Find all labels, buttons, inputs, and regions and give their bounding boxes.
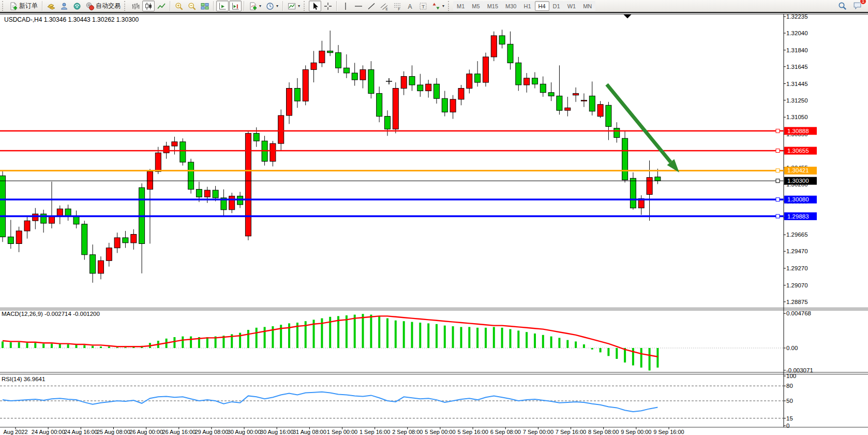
separator — [282, 1, 283, 11]
svg-text:1.30300: 1.30300 — [787, 178, 809, 184]
timeframe-m30[interactable]: M30 — [502, 1, 520, 11]
chart-shift-button[interactable] — [229, 1, 242, 11]
candlestick-chart-button[interactable] — [142, 1, 155, 11]
rsi-axis: 1008050150 — [784, 373, 796, 429]
new-order-label: 新订单 — [19, 2, 38, 10]
svg-text:30 Aug 16:00: 30 Aug 16:00 — [260, 429, 294, 435]
zoom-in-button[interactable] — [173, 1, 185, 11]
tile-windows-icon — [201, 2, 209, 10]
auto-scroll-button[interactable] — [216, 1, 229, 11]
new-order-icon — [9, 2, 18, 10]
periods-clock-icon — [266, 2, 274, 10]
svg-text:1.31250: 1.31250 — [786, 97, 808, 104]
separator — [336, 1, 337, 11]
chart-shift-marker[interactable] — [624, 15, 632, 19]
add-indicator-button[interactable]: ▾ — [247, 1, 263, 11]
svg-text:F: F — [398, 7, 400, 10]
zoom-out-button[interactable] — [186, 1, 198, 11]
zoom-in-icon — [175, 2, 183, 10]
equidistant-channel-button[interactable]: E — [378, 1, 391, 11]
svg-text:1.28875: 1.28875 — [786, 299, 808, 305]
market-watch-button[interactable] — [45, 1, 57, 11]
timeframe-w1[interactable]: W1 — [564, 1, 580, 11]
separator — [213, 1, 214, 11]
text-label-icon: T — [419, 2, 427, 10]
svg-text:E: E — [386, 7, 388, 10]
svg-text:1 Sep 16:00: 1 Sep 16:00 — [360, 429, 390, 435]
cursor-button[interactable] — [309, 1, 321, 11]
new-order-button[interactable]: 新订单 — [7, 1, 40, 11]
mt4-window: 新订单 自动交易 — [0, 0, 868, 435]
svg-text:29 Aug 08:00: 29 Aug 08:00 — [194, 429, 228, 435]
timeframe-mn[interactable]: MN — [579, 1, 595, 11]
candlestick-chart-icon — [144, 2, 153, 10]
market-watch-icon — [47, 2, 55, 10]
timeframe-h4[interactable]: H4 — [535, 1, 549, 11]
timeframe-h1[interactable]: H1 — [520, 1, 534, 11]
macd-axis: 0.0047680.00-0.003071 — [784, 310, 813, 373]
svg-text:Aug 2022: Aug 2022 — [3, 429, 27, 435]
text-label-button[interactable]: T — [417, 1, 429, 11]
toolbar-grip[interactable] — [304, 1, 307, 11]
text-button[interactable]: A — [404, 1, 416, 11]
svg-text:0.004768: 0.004768 — [786, 310, 811, 316]
crosshair-button[interactable] — [322, 1, 334, 11]
svg-text:0.00: 0.00 — [786, 345, 798, 351]
template-button[interactable]: ▾ — [286, 1, 302, 11]
arrows-button[interactable]: ▾ — [430, 1, 446, 11]
toolbar-grip[interactable] — [448, 1, 452, 11]
svg-text:1.30655: 1.30655 — [787, 148, 809, 154]
svg-text:1.29070: 1.29070 — [786, 282, 808, 288]
data-window-button[interactable] — [58, 1, 70, 11]
toolbar-grip[interactable] — [2, 1, 6, 11]
line-chart-button[interactable] — [155, 1, 168, 11]
svg-text:9 Sep 16:00: 9 Sep 16:00 — [653, 429, 684, 435]
chart-canvas[interactable]: 1.322351.320401.318401.316451.314451.312… — [0, 0, 868, 435]
fibonacci-icon: F — [393, 2, 401, 10]
timeframe-m15[interactable]: M15 — [484, 1, 502, 11]
timeframe-m1[interactable]: M1 — [453, 1, 468, 11]
tile-windows-button[interactable] — [199, 1, 211, 11]
svg-text:T: T — [422, 3, 425, 9]
svg-text:5 Sep 16:00: 5 Sep 16:00 — [457, 429, 488, 435]
separator — [244, 1, 245, 11]
svg-text:31 Aug 08:00: 31 Aug 08:00 — [293, 429, 326, 435]
vertical-line-button[interactable] — [339, 1, 352, 11]
svg-text:26 Aug 16:00: 26 Aug 16:00 — [162, 429, 196, 435]
horizontal-line-button[interactable] — [352, 1, 365, 11]
bar-chart-button[interactable] — [129, 1, 142, 11]
svg-text:1.31445: 1.31445 — [786, 81, 808, 87]
timeframe-d1[interactable]: D1 — [549, 1, 564, 11]
fibonacci-button[interactable]: F — [391, 1, 403, 11]
horizontal-level-lines[interactable] — [0, 129, 784, 218]
trendline-button[interactable] — [365, 1, 378, 11]
auto-trading-button[interactable]: 自动交易 — [84, 1, 123, 11]
svg-text:1.32040: 1.32040 — [786, 30, 808, 36]
svg-text:50: 50 — [786, 398, 793, 404]
timeframe-m5[interactable]: M5 — [468, 1, 483, 11]
candles — [0, 30, 661, 283]
svg-text:1.29470: 1.29470 — [786, 248, 808, 254]
toolbar-grip[interactable] — [124, 1, 128, 11]
time-axis: Aug 202224 Aug 00:0024 Aug 16:0025 Aug 0… — [3, 427, 684, 435]
svg-text:1.30080: 1.30080 — [787, 196, 809, 202]
svg-text:24 Aug 00:00: 24 Aug 00:00 — [32, 429, 65, 435]
svg-text:2 Sep 08:00: 2 Sep 08:00 — [392, 429, 423, 435]
svg-text:24 Aug 16:00: 24 Aug 16:00 — [64, 429, 98, 435]
dropdown-caret-icon: ▾ — [259, 4, 261, 8]
svg-text:6 Sep 08:00: 6 Sep 08:00 — [490, 429, 521, 435]
svg-text:5 Sep 00:00: 5 Sep 00:00 — [425, 429, 455, 435]
separator — [42, 1, 43, 11]
search-button[interactable] — [836, 1, 849, 11]
navigator-button[interactable] — [71, 1, 83, 11]
periods-button[interactable]: ▾ — [264, 1, 280, 11]
svg-text:0: 0 — [786, 423, 789, 429]
rsi-line — [3, 392, 657, 412]
svg-text:1.29883: 1.29883 — [787, 213, 809, 220]
svg-text:1.31645: 1.31645 — [786, 64, 808, 70]
svg-text:30 Aug 00:00: 30 Aug 00:00 — [228, 429, 261, 435]
zoom-out-icon — [188, 2, 196, 10]
text-icon: A — [406, 2, 414, 10]
dropdown-caret-icon: ▾ — [442, 4, 444, 8]
vertical-line-icon — [341, 2, 350, 10]
